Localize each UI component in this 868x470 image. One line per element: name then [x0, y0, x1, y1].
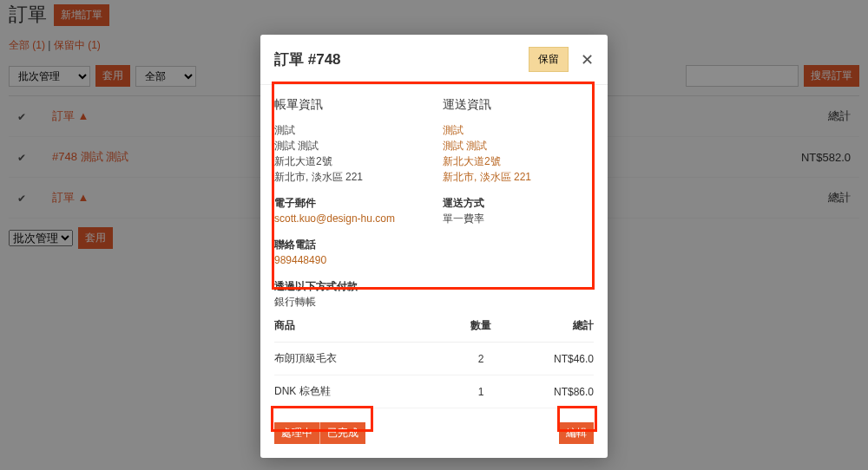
billing-info: 帳單資訊 測試 測試 測試 新北大道2號 新北市, 淡水區 221 電子郵件 s…: [274, 95, 425, 310]
product-qty: 1: [446, 386, 516, 398]
billing-addr1: 新北大道2號: [274, 153, 425, 169]
product-row: DNK 棕色鞋 1 NT$86.0: [274, 375, 594, 408]
shipping-title: 運送資訊: [443, 95, 594, 114]
close-icon[interactable]: ✕: [581, 50, 594, 69]
col-product: 商品: [274, 318, 446, 333]
product-total: NT$46.0: [516, 353, 594, 365]
product-table-head: 商品 數量 總計: [274, 310, 594, 343]
product-total: NT$86.0: [516, 386, 594, 398]
shipping-name2[interactable]: 測試 測試: [443, 140, 487, 152]
billing-name2: 測試 測試: [274, 138, 425, 153]
col-qty: 數量: [446, 318, 516, 333]
phone-label: 聯絡電話: [274, 237, 425, 252]
col-subtotal: 總計: [516, 318, 594, 333]
billing-title: 帳單資訊: [274, 95, 425, 114]
email-label: 電子郵件: [274, 195, 425, 211]
complete-button[interactable]: 已完成: [320, 422, 365, 444]
modal-title: 訂單 #748: [274, 49, 529, 69]
billing-email-link[interactable]: scott.kuo@design-hu.com: [274, 212, 395, 225]
product-name: DNK 棕色鞋: [274, 384, 446, 399]
edit-button[interactable]: 編輯: [559, 422, 594, 444]
modal-overlay: 訂單 #748 保留 ✕ 帳單資訊 測試 測試 測試 新北大道2號 新北市, 淡…: [0, 0, 868, 470]
ship-method: 單一費率: [443, 212, 484, 225]
hold-button[interactable]: 保留: [529, 47, 569, 72]
processing-button[interactable]: 處理中: [274, 422, 320, 444]
product-qty: 2: [446, 353, 516, 365]
shipping-info: 運送資訊 測試 測試 測試 新北大道2號 新北市, 淡水區 221 運送方式 單…: [443, 95, 594, 310]
pay-label: 透過以下方式付款: [274, 278, 425, 294]
shipping-name[interactable]: 測試: [443, 124, 464, 136]
product-row: 布朗頂級毛衣 2 NT$46.0: [274, 343, 594, 375]
ship-label: 運送方式: [443, 195, 594, 211]
pay-method: 銀行轉帳: [274, 296, 316, 308]
shipping-addr2[interactable]: 新北市, 淡水區 221: [443, 171, 531, 183]
order-modal: 訂單 #748 保留 ✕ 帳單資訊 測試 測試 測試 新北大道2號 新北市, 淡…: [260, 35, 608, 458]
shipping-addr1[interactable]: 新北大道2號: [443, 155, 501, 167]
billing-addr2: 新北市, 淡水區 221: [274, 169, 425, 185]
product-name: 布朗頂級毛衣: [274, 351, 446, 366]
billing-name: 測試: [274, 122, 425, 138]
billing-phone-link[interactable]: 989448490: [274, 254, 326, 266]
